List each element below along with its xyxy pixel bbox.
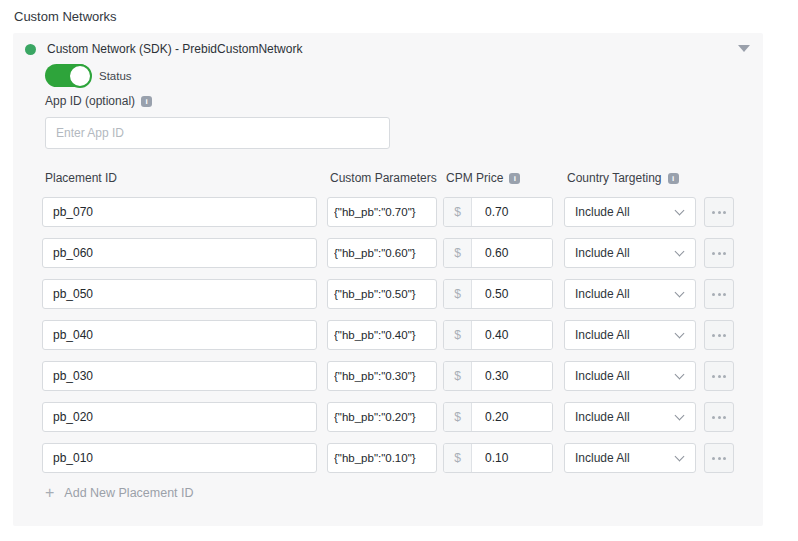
plus-icon [45,486,54,500]
row-actions-button[interactable] [704,402,734,432]
custom-params-input[interactable] [327,402,437,432]
cpm-price-input[interactable] [472,444,552,472]
country-select-value: Include All [575,328,630,342]
country-targeting-select[interactable]: Include All [564,402,696,432]
row-actions-button[interactable] [704,238,734,268]
column-header-placement: Placement ID [42,171,327,185]
placement-id-input[interactable] [42,361,317,391]
country-select-value: Include All [575,451,630,465]
country-targeting-select[interactable]: Include All [564,279,696,309]
currency-symbol: $ [444,321,472,349]
app-id-label-text: App ID (optional) [45,94,135,108]
placement-row: $ Include All [42,402,742,432]
chevron-down-icon [675,287,685,297]
chevron-down-icon [675,451,685,461]
placement-id-input[interactable] [42,279,317,309]
custom-params-input[interactable] [327,197,437,227]
column-header-placement-text: Placement ID [45,171,117,185]
country-targeting-select[interactable]: Include All [564,361,696,391]
add-placement-button[interactable]: Add New Placement ID [45,486,194,500]
column-header-country-text: Country Targeting [567,171,662,185]
collapse-chevron-icon[interactable] [738,45,750,52]
country-targeting-select[interactable]: Include All [564,443,696,473]
chevron-down-icon [675,410,685,420]
chevron-down-icon [675,328,685,338]
cpm-price-field: $ [443,361,553,391]
info-icon[interactable] [509,173,520,184]
placement-id-input[interactable] [42,238,317,268]
country-targeting-select[interactable]: Include All [564,320,696,350]
column-header-cpm: CPM Price [443,171,564,185]
currency-symbol: $ [444,280,472,308]
column-header-cpm-text: CPM Price [446,171,503,185]
chevron-down-icon [675,369,685,379]
custom-params-input[interactable] [327,320,437,350]
placement-id-input[interactable] [42,197,317,227]
country-select-value: Include All [575,205,630,219]
column-header-country: Country Targeting [564,171,704,185]
app-id-input[interactable] [45,117,390,149]
placement-id-input[interactable] [42,320,317,350]
placement-id-input[interactable] [42,402,317,432]
placement-row: $ Include All [42,320,742,350]
placement-id-input[interactable] [42,443,317,473]
row-actions-button[interactable] [704,320,734,350]
custom-params-input[interactable] [327,279,437,309]
currency-symbol: $ [444,403,472,431]
currency-symbol: $ [444,198,472,226]
cpm-price-field: $ [443,320,553,350]
cpm-price-field: $ [443,402,553,432]
toggle-knob [68,64,92,88]
country-select-value: Include All [575,410,630,424]
page-title: Custom Networks [14,9,117,24]
cpm-price-field: $ [443,197,553,227]
app-id-label: App ID (optional) [45,94,152,108]
custom-params-input[interactable] [327,238,437,268]
placements-grid: Placement ID Custom Parameters CPM Price… [42,171,742,484]
currency-symbol: $ [444,239,472,267]
cpm-price-field: $ [443,279,553,309]
currency-symbol: $ [444,362,472,390]
info-icon[interactable] [141,96,152,107]
network-status-dot-icon [25,44,36,55]
row-actions-button[interactable] [704,197,734,227]
info-icon[interactable] [668,173,679,184]
status-toggle[interactable] [45,64,91,87]
custom-network-panel: Custom Network (SDK) - PrebidCustomNetwo… [13,33,763,526]
cpm-price-field: $ [443,238,553,268]
cpm-price-input[interactable] [472,239,552,267]
currency-symbol: $ [444,444,472,472]
status-label: Status [99,70,132,82]
country-select-value: Include All [575,246,630,260]
status-row: Status [45,64,132,87]
country-targeting-select[interactable]: Include All [564,238,696,268]
network-header: Custom Network (SDK) - PrebidCustomNetwo… [25,42,302,56]
cpm-price-field: $ [443,443,553,473]
add-placement-label: Add New Placement ID [64,486,193,500]
column-header-params: Custom Parameters [327,171,443,185]
cpm-price-input[interactable] [472,362,552,390]
row-actions-button[interactable] [704,279,734,309]
cpm-price-input[interactable] [472,280,552,308]
cpm-price-input[interactable] [472,198,552,226]
cpm-price-input[interactable] [472,321,552,349]
custom-params-input[interactable] [327,443,437,473]
network-name: Custom Network (SDK) - PrebidCustomNetwo… [47,42,302,56]
cpm-price-input[interactable] [472,403,552,431]
custom-params-input[interactable] [327,361,437,391]
placement-row: $ Include All [42,197,742,227]
placement-row: $ Include All [42,361,742,391]
column-headers: Placement ID Custom Parameters CPM Price… [42,171,742,185]
placement-row: $ Include All [42,443,742,473]
placement-row: $ Include All [42,279,742,309]
placement-row: $ Include All [42,238,742,268]
chevron-down-icon [675,205,685,215]
row-actions-button[interactable] [704,443,734,473]
column-header-params-text: Custom Parameters [330,171,437,185]
chevron-down-icon [675,246,685,256]
country-targeting-select[interactable]: Include All [564,197,696,227]
country-select-value: Include All [575,287,630,301]
row-actions-button[interactable] [704,361,734,391]
country-select-value: Include All [575,369,630,383]
